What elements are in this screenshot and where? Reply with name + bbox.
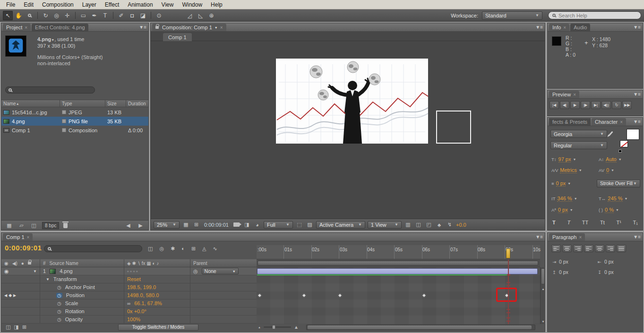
leading-control[interactable]: A↕ Auto▼ [599,156,622,162]
label-color-swatch[interactable] [62,119,66,123]
justify-last-left-button[interactable] [584,245,593,252]
close-icon[interactable]: × [579,235,582,240]
property-row-opacity[interactable]: ◷Opacity 100% [1,316,257,324]
channel-icon[interactable]: ◕ [253,221,261,229]
scroll-right-icon[interactable]: ▶ [137,221,145,230]
axis-mode-local-icon[interactable]: ◿ [185,11,195,20]
brush-tool-icon[interactable]: ✐ [116,11,126,20]
ram-preview-button[interactable]: ▶▶ [622,101,632,109]
close-icon[interactable]: × [563,25,566,30]
menu-help[interactable]: Help [206,0,227,9]
zoom-out-icon[interactable]: ▲ [258,326,261,329]
pan-behind-tool-icon[interactable]: ✛ [62,11,72,20]
zoom-in-icon[interactable]: ▲ [294,324,299,330]
eraser-tool-icon[interactable]: ◪ [138,11,148,20]
toggle-mask-visibility-icon[interactable]: ▥ [404,221,412,229]
viewer-timecode[interactable]: 0:00:09:01 [203,222,230,228]
current-time-indicator-handle[interactable] [506,248,510,258]
snapshot-icon[interactable] [232,221,240,229]
eyedropper-icon[interactable] [610,131,611,137]
stroke-width-control[interactable]: ≡ 0 px▼ [551,180,571,187]
shape-tool-icon[interactable]: ▭ [78,11,88,20]
table-row-selected[interactable]: 4.png PNG file 35 KB [1,117,148,126]
chevron-down-icon[interactable]: ▼ [215,26,218,29]
workspace-dropdown[interactable]: Standard▼ [482,11,542,20]
transparency-grid-icon[interactable]: ▨ [306,221,314,229]
column-size[interactable]: Size [105,100,126,107]
menu-view[interactable]: View [157,0,178,9]
tracking-control[interactable]: AV 0▼ [599,167,614,173]
keyframe-diamond[interactable] [302,293,307,298]
timeline-search-input[interactable] [54,246,120,252]
tab-timeline-comp1[interactable]: Comp 1× [3,233,33,241]
faux-bold-button[interactable]: T [552,220,556,225]
bit-depth-button[interactable]: 8 bpc [42,222,59,229]
previous-keyframe-icon[interactable]: ◀ [4,293,7,298]
axis-mode-view-icon[interactable]: ⊕ [206,11,216,20]
default-colors-icon[interactable] [618,150,622,153]
scroll-up-icon[interactable]: ▲ [541,286,546,291]
clone-stamp-tool-icon[interactable]: ◘ [127,11,137,20]
motion-blur-icon[interactable]: ⊞ [191,246,196,252]
property-row-anchor-point[interactable]: ◷Anchor Point 198.5, 199.0 [1,283,257,291]
reset-link[interactable]: Reset [127,276,141,282]
expand-render-time-icon[interactable]: ◨ [12,323,20,332]
menu-file[interactable]: File [2,0,19,9]
parent-dropdown[interactable]: None▼ [202,268,239,274]
scrollbar-thumb[interactable] [308,325,532,329]
property-row-scale[interactable]: ◷Scale ∞66.1, 67.8% [1,299,257,307]
viewer-tab-comp1[interactable]: Comp 1 [163,33,192,41]
composition-mini-flowchart-icon[interactable]: ◫ [148,246,153,252]
solo-column-icon[interactable]: ● [21,261,24,266]
timeline-horizontal-scrollbar[interactable] [306,324,535,330]
magnification-dropdown[interactable]: 25%▼ [154,221,180,229]
column-name[interactable]: Name▲ [1,100,60,107]
space-before-control[interactable]: ↥0 px [552,269,568,275]
property-name[interactable]: Opacity [65,316,83,322]
layer-duration-bar[interactable] [257,268,538,274]
next-frame-button[interactable]: |▶ [581,101,590,109]
property-name[interactable]: Anchor Point [65,284,95,290]
stopwatch-icon[interactable]: ◷ [57,285,61,290]
zoom-tool-icon[interactable] [25,11,34,20]
faux-italic-button[interactable]: T [567,220,570,225]
vertical-scale-control[interactable]: IT 346 %▼ [551,196,577,202]
tab-preview[interactable]: Preview× [549,91,579,98]
align-right-button[interactable] [573,245,583,252]
all-caps-button[interactable]: TT [582,220,588,225]
keyframe-diamond[interactable] [422,293,427,298]
layer-row[interactable]: ◉▼ 14.png ▫ ▫ ▫ ▫ ◎None▼ [1,267,257,275]
tab-paragraph[interactable]: Paragraph× [549,233,585,241]
chevron-down-icon[interactable]: ▼ [616,208,619,212]
keyframe-toggle-icon[interactable]: ◆ [9,293,12,298]
property-row-rotation[interactable]: ◷Rotation 0x +0.0° [1,307,257,316]
audio-column-icon[interactable]: ◀) [12,261,17,266]
new-composition-icon[interactable]: ◫ [30,221,38,230]
puppet-pin-tool-icon[interactable]: ⊙ [154,11,164,20]
frame-blending-icon[interactable]: ◐ [181,246,185,252]
graph-editor-icon[interactable]: ∿ [213,246,217,252]
tab-project[interactable]: Project× [3,24,31,31]
expander-icon[interactable]: ▼ [46,277,50,282]
menu-composition[interactable]: Composition [38,0,78,9]
panel-menu-icon[interactable]: ▼≡ [633,234,641,239]
axis-mode-world-icon[interactable]: ◺ [196,11,206,20]
rotation-tool-icon[interactable]: ↻ [41,11,51,20]
help-search-box[interactable] [548,11,641,19]
timeline-search-box[interactable] [44,245,142,252]
chevron-down-icon[interactable]: ▼ [611,169,614,172]
timeline-track-area[interactable] [257,267,540,324]
font-style-dropdown[interactable]: Regular▼ [550,141,607,149]
property-name[interactable]: Scale [65,300,78,306]
panel-menu-icon[interactable]: ▼≡ [535,234,543,239]
grid-guides-icon[interactable]: ⊞ [192,221,200,229]
property-value[interactable]: 1498.0, 580.0 [127,292,159,298]
pen-tool-icon[interactable]: ✒ [89,11,99,20]
property-value[interactable]: 0x +0.0° [127,308,146,314]
close-icon[interactable]: × [573,92,576,97]
zoom-slider-thumb[interactable] [272,325,275,329]
project-search-box[interactable] [5,86,95,94]
layer-switches-icons[interactable]: ▫ ▫ ▫ ▫ [127,269,138,274]
justify-last-right-button[interactable] [606,245,615,252]
fill-color-swatch[interactable] [627,129,639,140]
